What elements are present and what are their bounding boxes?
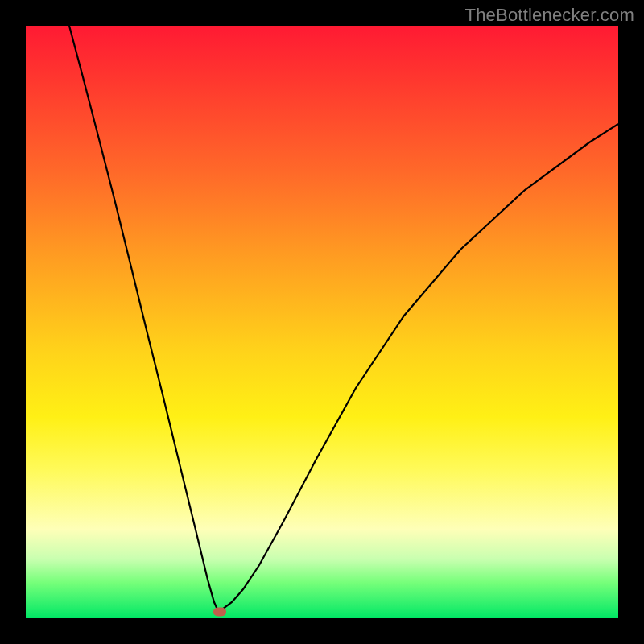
plot-area bbox=[26, 26, 618, 618]
optimal-point-marker bbox=[213, 608, 226, 617]
bottleneck-curve bbox=[26, 26, 618, 618]
chart-frame: TheBottlenecker.com bbox=[0, 0, 644, 644]
attribution-label: TheBottlenecker.com bbox=[465, 5, 634, 26]
curve-path bbox=[69, 26, 618, 609]
